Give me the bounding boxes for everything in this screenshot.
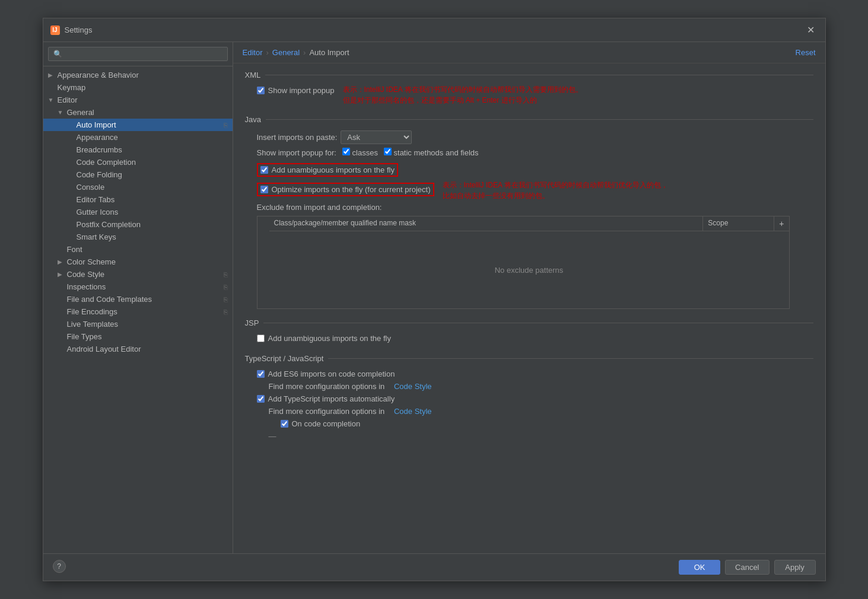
add-typescript-checkbox[interactable]: [257, 395, 265, 403]
classes-label[interactable]: classes: [342, 148, 378, 157]
sidebar-item-label: Font: [67, 245, 82, 254]
sidebar-item-editor-tabs[interactable]: Editor Tabs: [43, 193, 233, 206]
breadcrumb-current: Auto Import: [309, 48, 349, 57]
sidebar-item-inspections[interactable]: Inspections ⎘: [43, 281, 233, 293]
sidebar-item-file-code-templates[interactable]: File and Code Templates ⎘: [43, 293, 233, 305]
table-header: Class/package/member qualified name mask…: [269, 216, 789, 231]
sidebar-item-label: File and Code Templates: [67, 295, 152, 304]
search-input[interactable]: [48, 47, 228, 61]
add-es6-checkbox[interactable]: [257, 370, 265, 378]
sidebar-item-android-layout-editor[interactable]: Android Layout Editor: [43, 343, 233, 355]
expand-arrow: ▶: [48, 72, 55, 78]
title-bar-left: IJ Settings: [50, 26, 93, 35]
jsp-add-unambiguous-checkbox[interactable]: [257, 334, 265, 342]
on-code-completion-label[interactable]: On code completion: [281, 419, 361, 428]
sidebar-item-label: Appearance & Behavior: [58, 71, 139, 79]
add-es6-label[interactable]: Add ES6 imports on code completion: [257, 369, 395, 378]
table-col-scope: Scope: [703, 216, 774, 231]
optimize-imports-checkbox[interactable]: [260, 186, 268, 193]
insert-imports-row: Insert imports on paste: Ask Always Neve…: [245, 129, 813, 146]
sidebar-item-color-scheme[interactable]: ▶ Color Scheme: [43, 256, 233, 268]
optimize-annotation: 表示：IntelliJ IDEA 将在我们书写代码的时候自动帮我们优化导入的包，…: [443, 180, 668, 201]
sidebar-item-gutter-icons[interactable]: Gutter Icons: [43, 206, 233, 218]
copy-icon: ⎘: [224, 122, 228, 129]
sidebar-item-label: Breadcrumbs: [77, 145, 122, 154]
content-area: XML Show import popup 表示：IntelliJ IDEA 将…: [233, 63, 825, 553]
sidebar-item-label: Postfix Completion: [77, 220, 141, 229]
add-es6-row: Add ES6 imports on code completion: [245, 368, 813, 380]
sidebar-item-file-types[interactable]: File Types: [43, 330, 233, 343]
sidebar-item-console[interactable]: Console: [43, 181, 233, 193]
sidebar-item-breadcrumbs[interactable]: Breadcrumbs: [43, 144, 233, 156]
sidebar-item-smart-keys[interactable]: Smart Keys: [43, 231, 233, 243]
jsp-section: JSP Add unambiguous imports on the fly: [245, 318, 813, 345]
classes-checkbox[interactable]: [342, 148, 350, 155]
sidebar-item-label: Console: [77, 183, 105, 192]
expand-arrow: ▼: [58, 109, 65, 116]
sidebar-item-editor[interactable]: ▼ Editor: [43, 94, 233, 106]
sidebar-item-code-style[interactable]: ▶ Code Style ⎘: [43, 268, 233, 281]
sidebar-item-appearance[interactable]: Appearance: [43, 131, 233, 144]
no-patterns-text: No exclude patterns: [495, 266, 564, 275]
sidebar-item-appearance-behavior[interactable]: ▶ Appearance & Behavior: [43, 69, 233, 81]
add-unambiguous-checkbox[interactable]: [260, 166, 268, 174]
xml-show-popup-row: Show import popup 表示：IntelliJ IDEA 将在我们书…: [245, 84, 813, 106]
show-import-popup-checkbox[interactable]: [257, 87, 265, 94]
sidebar-item-live-templates[interactable]: Live Templates: [43, 318, 233, 330]
sidebar-item-general[interactable]: ▼ General: [43, 106, 233, 119]
insert-imports-select[interactable]: Ask Always Never: [341, 130, 412, 144]
copy-icon: ⎘: [224, 271, 228, 278]
show-import-popup-for-row: Show import popup for: classes static me…: [245, 146, 813, 159]
app-icon: IJ: [50, 26, 60, 35]
expand-arrow: ▶: [58, 259, 65, 265]
code-style-link2[interactable]: Code Style: [394, 407, 432, 416]
typescript-section-label: TypeScript / JavaScript: [245, 354, 813, 363]
on-code-completion-checkbox[interactable]: [281, 420, 288, 428]
sidebar-item-label: Keymap: [58, 83, 86, 92]
sidebar-item-keymap[interactable]: Keymap: [43, 81, 233, 94]
insert-imports-label: Insert imports on paste:: [257, 133, 338, 142]
code-style-link1[interactable]: Code Style: [394, 382, 432, 391]
sidebar-item-code-folding[interactable]: Code Folding: [43, 168, 233, 181]
sidebar-item-auto-import[interactable]: Auto Import ⎘: [43, 119, 233, 131]
sidebar-item-font[interactable]: Font: [43, 243, 233, 256]
exclude-label-row: Exclude from import and completion:: [245, 201, 813, 214]
expand-icon: —: [269, 432, 276, 441]
find-more-2-text: Find more configuration options in: [269, 407, 385, 416]
sidebar-item-code-completion[interactable]: Code Completion: [43, 156, 233, 168]
on-code-completion-row: On code completion: [245, 418, 813, 430]
copy-icon: ⎘: [224, 283, 228, 291]
add-typescript-label[interactable]: Add TypeScript imports automatically: [257, 394, 395, 403]
sidebar-item-label: Color Scheme: [67, 257, 116, 266]
show-import-popup-text: Show import popup: [268, 86, 335, 95]
jsp-add-unambiguous-text: Add unambiguous imports on the fly: [268, 334, 391, 343]
settings-dialog: IJ Settings ✕ ▶ Appearance & Behavior Ke…: [43, 18, 826, 581]
jsp-add-unambiguous-label[interactable]: Add unambiguous imports on the fly: [257, 334, 391, 343]
title-bar: IJ Settings ✕: [43, 18, 825, 42]
breadcrumb-general[interactable]: General: [272, 48, 300, 57]
reset-link[interactable]: Reset: [796, 48, 816, 57]
show-import-popup-label[interactable]: Show import popup: [257, 86, 335, 95]
sidebar-item-file-encodings[interactable]: File Encodings ⎘: [43, 305, 233, 318]
static-methods-label[interactable]: static methods and fields: [384, 148, 479, 157]
ok-button[interactable]: OK: [679, 560, 720, 575]
classes-text: classes: [352, 148, 378, 157]
sidebar-item-label: Code Style: [67, 270, 105, 279]
apply-button[interactable]: Apply: [774, 560, 816, 575]
optimize-imports-with-annotation: Optimize imports on the fly (for current…: [245, 180, 813, 201]
copy-icon: ⎘: [224, 296, 228, 303]
add-unambiguous-label[interactable]: Add unambiguous imports on the fly: [257, 163, 398, 177]
static-methods-checkbox[interactable]: [384, 148, 392, 155]
close-button[interactable]: ✕: [803, 23, 818, 37]
sidebar-item-label: File Types: [67, 332, 102, 341]
sidebar-item-postfix-completion[interactable]: Postfix Completion: [43, 218, 233, 231]
help-button[interactable]: ?: [53, 560, 66, 573]
cancel-button[interactable]: Cancel: [725, 560, 769, 575]
sidebar-item-label: File Encodings: [67, 307, 117, 316]
breadcrumb-sep2: ›: [303, 48, 306, 57]
breadcrumb-editor[interactable]: Editor: [243, 48, 263, 57]
table-add-button[interactable]: +: [774, 216, 788, 231]
optimize-imports-label[interactable]: Optimize imports on the fly (for current…: [257, 183, 434, 196]
expand-arrow: ▶: [58, 271, 65, 278]
java-section: Java Insert imports on paste: Ask Always…: [245, 115, 813, 309]
